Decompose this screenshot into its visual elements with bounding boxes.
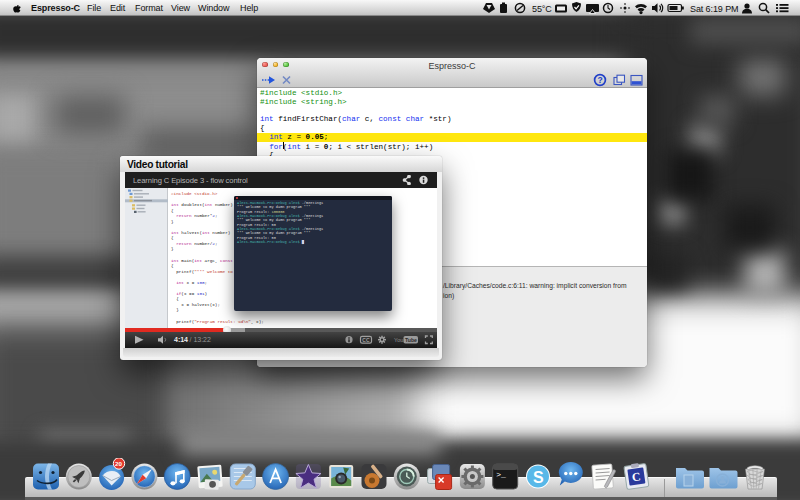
svg-text:CC: CC: [362, 337, 370, 343]
svg-text:Tube: Tube: [405, 337, 417, 343]
svg-text:>_: >_: [496, 470, 506, 479]
svg-text:?: ?: [598, 75, 603, 85]
svg-text:55°C: 55°C: [532, 4, 552, 14]
svg-text:S: S: [533, 469, 544, 486]
svg-text:You: You: [394, 337, 403, 343]
svg-text:4:14: 4:14: [174, 336, 188, 343]
svg-text:/ 13:22: / 13:22: [190, 336, 212, 343]
svg-text:20: 20: [115, 460, 122, 467]
svg-text:Sat 6:19 PM: Sat 6:19 PM: [690, 4, 738, 14]
